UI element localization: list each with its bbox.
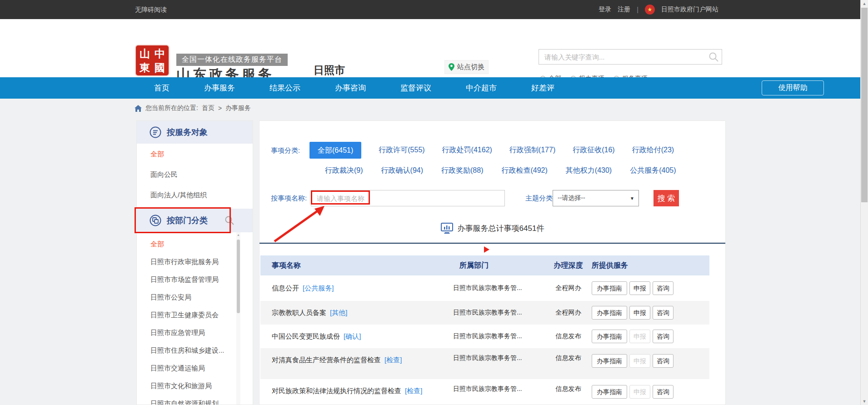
department-item[interactable]: 日照市交通运输局 bbox=[137, 359, 253, 377]
tab-admin-penalty[interactable]: 行政处罚(4162) bbox=[442, 145, 492, 155]
guide-button[interactable]: 办事指南 bbox=[592, 385, 627, 399]
services-table: 事项名称 所属部门 办理深度 所提供服务 信息公开[公共服务] 日照市民族宗教事… bbox=[260, 255, 709, 405]
header-search-input[interactable] bbox=[539, 50, 707, 64]
item-name-link[interactable]: 对民族政策和法律法规执行情况的监督检查 bbox=[272, 387, 401, 395]
nav-item-results[interactable]: 结果公示 bbox=[269, 83, 300, 93]
item-department: 日照市民族宗教事务管... bbox=[451, 354, 547, 362]
guide-button[interactable]: 办事指南 bbox=[592, 281, 627, 295]
item-type-tag: [公共服务] bbox=[303, 284, 334, 292]
consult-button[interactable]: 咨询 bbox=[653, 385, 673, 399]
tab-admin-license[interactable]: 行政许可(555) bbox=[379, 145, 424, 155]
department-item[interactable]: 日照市应急管理局 bbox=[137, 324, 253, 341]
search-icon[interactable] bbox=[708, 52, 719, 62]
seal-char: 中 bbox=[152, 47, 167, 61]
department-item[interactable]: 日照市市场监督管理局 bbox=[137, 270, 253, 288]
table-row: 对清真食品生产经营条件的监督检查[检查] 日照市民族宗教事务管... 信息发布 … bbox=[260, 348, 709, 379]
service-target-icon bbox=[150, 126, 161, 138]
site-switch-button[interactable]: 站点切换 bbox=[444, 60, 489, 74]
scroll-up-icon[interactable]: ▲ bbox=[861, 1, 868, 6]
service-target-legal-person[interactable]: 面向法人/其他组织 bbox=[137, 185, 253, 205]
guide-button[interactable]: 办事指南 bbox=[592, 330, 627, 343]
primary-nav: 首页 办事服务 结果公示 办事咨询 监督评议 中介超市 好差评 使用帮助 bbox=[0, 77, 860, 99]
scrollbar-thumb[interactable] bbox=[861, 8, 868, 202]
sidebar-section-service-target[interactable]: 按服务对象 bbox=[137, 121, 253, 144]
department-icon bbox=[150, 215, 161, 226]
item-depth: 全程网办 bbox=[547, 309, 590, 317]
service-target-all[interactable]: 全部 bbox=[137, 144, 253, 164]
col-header-item-name: 事项名称 bbox=[260, 261, 451, 270]
department-item[interactable]: 日照市文化和旅游局 bbox=[137, 377, 253, 395]
nav-item-home[interactable]: 首页 bbox=[154, 83, 170, 93]
consult-button[interactable]: 咨询 bbox=[653, 330, 673, 343]
table-row: 对民族政策和法律法规执行情况的监督检查[检查] 日照市民族宗教事务管... 信息… bbox=[260, 379, 709, 405]
chevron-down-icon: ▼ bbox=[630, 196, 634, 201]
site-switch-label: 站点切换 bbox=[457, 63, 484, 71]
register-link[interactable]: 注册 bbox=[618, 5, 630, 14]
item-name-link[interactable]: 中国公民变更民族成份 bbox=[272, 332, 340, 340]
accessibility-link[interactable]: 无障碍阅读 bbox=[135, 0, 167, 19]
item-name-link[interactable]: 宗教教职人员备案 bbox=[272, 309, 326, 316]
category-tabs-row2: 行政裁决(9) 行政确认(94) 行政奖励(88) 行政检查(492) 其他权力… bbox=[325, 165, 676, 176]
section-divider bbox=[259, 243, 725, 244]
scrollbar-thumb[interactable] bbox=[237, 240, 240, 313]
item-name-link[interactable]: 对清真食品生产经营条件的监督检查 bbox=[272, 356, 381, 364]
browser-scrollbar[interactable]: ▲ ▼ bbox=[860, 0, 868, 405]
nav-item-agency[interactable]: 中介超市 bbox=[466, 83, 497, 93]
col-header-department: 所属部门 bbox=[451, 261, 547, 270]
department-item[interactable]: 日照市住房和城乡建设... bbox=[137, 341, 253, 359]
scroll-down-icon[interactable]: ▼ bbox=[861, 399, 868, 404]
help-button[interactable]: 使用帮助 bbox=[762, 80, 824, 95]
service-target-citizen[interactable]: 面向公民 bbox=[137, 164, 253, 185]
table-header-row: 事项名称 所属部门 办理深度 所提供服务 bbox=[260, 255, 709, 275]
department-item[interactable]: 日照市卫生健康委员会 bbox=[137, 306, 253, 324]
topic-select[interactable]: --请选择-- ▼ bbox=[553, 190, 639, 206]
nav-items: 首页 办事服务 结果公示 办事咨询 监督评议 中介超市 好差评 bbox=[154, 77, 554, 99]
department-item[interactable]: 日照市行政审批服务局 bbox=[137, 253, 253, 270]
login-link[interactable]: 登录 bbox=[599, 5, 611, 14]
consult-button[interactable]: 咨询 bbox=[653, 306, 673, 320]
tab-all[interactable]: 全部(6451) bbox=[309, 142, 361, 159]
tab-other-power[interactable]: 其他权力(430) bbox=[566, 166, 612, 175]
tab-public-service[interactable]: 公共服务(405) bbox=[630, 166, 676, 175]
scroll-up-icon[interactable]: ▲ bbox=[236, 233, 240, 236]
portal-site-link[interactable]: 日照市政府门户网站 bbox=[661, 5, 718, 14]
nav-item-rating[interactable]: 好差评 bbox=[531, 83, 554, 93]
guide-button[interactable]: 办事指南 bbox=[592, 306, 627, 320]
tab-admin-inspect[interactable]: 行政检查(492) bbox=[501, 166, 547, 175]
site-header: 山 中 東 國 全国一体化在线政务服务平台 山东政务服务 日照市 站点切换 全部… bbox=[0, 19, 860, 77]
item-name-input[interactable] bbox=[311, 190, 505, 206]
department-list: 全部 日照市行政审批服务局 日照市市场监督管理局 日照市公安局 日照市卫生健康委… bbox=[137, 232, 253, 405]
tab-admin-ruling[interactable]: 行政裁决(9) bbox=[325, 166, 363, 175]
tab-admin-confirm[interactable]: 行政确认(94) bbox=[381, 166, 423, 175]
consult-button[interactable]: 咨询 bbox=[653, 354, 673, 368]
sidebar-section-department[interactable]: 按部门分类 bbox=[137, 209, 253, 232]
item-name-link[interactable]: 信息公开 bbox=[272, 284, 299, 292]
red-play-icon bbox=[484, 246, 489, 253]
department-item-all[interactable]: 全部 bbox=[137, 235, 253, 253]
tab-admin-award[interactable]: 行政奖励(88) bbox=[441, 166, 483, 175]
nav-item-supervision[interactable]: 监督评议 bbox=[400, 83, 431, 93]
breadcrumb-separator: > bbox=[218, 105, 222, 112]
department-item[interactable]: 日照市自然资源和规划... bbox=[137, 395, 253, 405]
item-depth: 信息发布 bbox=[547, 385, 590, 393]
consult-button[interactable]: 咨询 bbox=[653, 281, 673, 295]
tab-admin-coercion[interactable]: 行政强制(177) bbox=[509, 145, 555, 155]
breadcrumb-home-link[interactable]: 首页 bbox=[202, 104, 215, 112]
apply-button[interactable]: 申报 bbox=[629, 281, 650, 295]
nav-item-consult[interactable]: 办事咨询 bbox=[335, 83, 366, 93]
tab-admin-levy[interactable]: 行政征收(16) bbox=[573, 145, 614, 155]
tab-admin-payment[interactable]: 行政给付(23) bbox=[632, 145, 674, 155]
guide-button[interactable]: 办事指南 bbox=[592, 354, 627, 368]
apply-button[interactable]: 申报 bbox=[629, 306, 650, 320]
department-item[interactable]: 日照市公安局 bbox=[137, 288, 253, 306]
platform-tagline: 全国一体化在线政务服务平台 bbox=[176, 54, 288, 66]
department-search-icon[interactable] bbox=[224, 215, 234, 225]
stats-row: 办事服务总计事项6451件 bbox=[259, 223, 725, 234]
nav-item-services[interactable]: 办事服务 bbox=[204, 83, 235, 93]
sidebar-filter-panel: 按服务对象 全部 面向公民 面向法人/其他组织 按部门分类 全部 日照市行政审批… bbox=[136, 120, 253, 405]
item-type-tag: [检查] bbox=[405, 387, 422, 395]
item-department: 日照市民族宗教事务管... bbox=[451, 309, 547, 317]
city-name: 日照市 bbox=[314, 63, 345, 77]
search-button[interactable]: 搜 索 bbox=[653, 190, 679, 206]
department-list-scrollbar[interactable]: ▲ bbox=[236, 232, 240, 405]
